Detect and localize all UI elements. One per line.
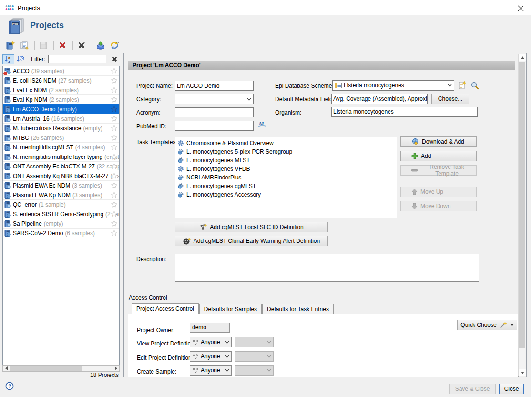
sort-by-date-icon[interactable] [14,54,26,64]
favorite-star-icon[interactable] [111,220,118,227]
project-list-item[interactable]: Sa Pipeline (empty) [3,219,119,229]
project-list-item[interactable]: ACCO (39 samples) [3,66,119,76]
project-list-item[interactable]: Plasmid EWA Ec NDM (3 samples) [3,181,119,190]
sort-alphabetical-icon[interactable]: a z [2,54,14,64]
favorite-star-icon[interactable] [111,115,118,122]
scroll-left-icon[interactable] [3,366,10,371]
task-template-item[interactable]: L. monocytogenes cgMLST [175,182,397,190]
project-book-icon [4,68,11,74]
favorite-star-icon[interactable] [111,105,118,113]
project-list-hscrollbar[interactable] [2,365,120,372]
view-project-definition-select[interactable]: Anyone [190,337,232,347]
project-list-item[interactable]: SARS-CoV-2 Demo (6 samples) [3,229,119,238]
edit-project-definition-select[interactable]: Anyone [190,351,232,362]
modify-ids-icon[interactable]: ID [108,39,121,52]
project-list-item[interactable]: Eval Ec NDM (2 samples) [3,85,119,95]
project-list-item[interactable]: S. enterica SISTR Geno-Serotyping (2 sam… [3,209,119,219]
favorite-star-icon[interactable] [111,67,118,74]
favorite-star-icon[interactable] [111,86,118,94]
download-add-button[interactable]: Download & Add [400,136,477,147]
help-icon[interactable]: ? [5,382,14,390]
scroll-down-icon[interactable] [519,369,526,376]
project-list-item[interactable]: N. meningitidis cgMLST (4 samples) [3,143,119,152]
upload-database-icon[interactable] [94,39,107,52]
close-button[interactable]: Close [499,384,524,394]
task-template-item[interactable]: NCBI AMRFinderPlus [175,173,397,182]
task-template-label: L. monocytogenes VFDB [186,166,250,172]
project-book-icon [4,192,11,198]
main-vscrollbar[interactable] [518,54,526,376]
vscroll-thumb[interactable] [519,62,525,348]
new-scheme-icon[interactable] [458,81,467,90]
task-template-item[interactable]: L. monocytogenes 5-plex PCR Serogroup [175,147,397,156]
tab-project-access-control[interactable]: Project Access Control [132,303,199,314]
pubmed-icon[interactable]: M [257,120,267,128]
favorite-star-icon[interactable] [111,96,118,103]
project-list-item[interactable]: ONT Assembly Ec blaCTX-M-27 (32 samples) [3,162,119,171]
favorite-star-icon[interactable] [111,125,118,132]
task-template-item[interactable]: L. monocytogenes VFDB [175,165,397,173]
project-name-label: Project Name: [136,83,173,89]
tab-defaults-for-samples[interactable]: Defaults for Samples [199,304,262,314]
project-list-item[interactable]: Plasmid EWA Kp NDM (3 samples) [3,190,119,200]
project-list-item[interactable]: MTBC (26 samples) [3,133,119,143]
favorite-star-icon[interactable] [111,201,118,208]
favorite-star-icon[interactable] [111,191,118,198]
pubmed-input[interactable] [175,121,254,131]
view-project-definition-label: View Project Definition: [137,340,195,347]
view-scheme-icon[interactable] [471,81,479,90]
project-list-item[interactable]: Lm ACCO Demo (empty) [3,104,119,114]
delete-project-icon[interactable] [56,39,69,52]
quick-choose-button[interactable]: Quick Choose [457,320,517,330]
favorite-star-icon[interactable] [111,230,118,237]
project-name: E. coli IS26 NDM [13,77,56,84]
project-list-item[interactable]: N. meningitidis multiple layer typing (e… [3,152,119,162]
favorite-star-icon[interactable] [111,172,118,179]
task-template-item[interactable]: L. monocytogenes MLST [175,156,397,165]
description-textarea[interactable] [175,254,479,282]
hscroll-thumb[interactable] [10,366,82,371]
toolbar-separator [72,41,73,50]
project-list-item[interactable]: Lm Austria_16 (16 samples) [3,114,119,124]
clear-filter-icon[interactable] [109,54,120,64]
favorite-star-icon[interactable] [111,77,118,84]
acronym-input[interactable] [175,107,254,117]
create-sample-select[interactable]: Anyone [190,365,232,376]
project-list-item[interactable]: M. tuberculosis Resistance (empty) [3,124,119,133]
close-icon[interactable] [516,4,525,12]
project-list-item[interactable]: E. coli IS26 NDM (27 samples) [3,76,119,85]
project-list[interactable]: ACCO (39 samples) E. coli IS26 NDM (27 s… [2,66,120,365]
project-list-item[interactable]: QC_error (1 sample) [3,200,119,209]
task-template-item[interactable]: L. monocytogenes Accessory [175,190,397,199]
favorite-star-icon[interactable] [111,210,118,218]
scroll-right-icon[interactable] [113,366,119,371]
project-list-item[interactable]: Eval Kp NDM (2 samples) [3,95,119,104]
favorite-star-icon[interactable] [111,144,118,151]
remove-assignment-icon[interactable] [75,39,88,52]
new-project-icon[interactable] [4,39,17,52]
tab-defaults-for-task-entries[interactable]: Defaults for Task Entries [262,304,334,314]
filter-input[interactable] [48,55,106,63]
project-name-input[interactable] [175,81,254,91]
project-list-item[interactable]: ONT Assembly Kq NBK blaCTX-M-27 (9 sampl… [3,171,119,181]
project-sample-count: (4 samples) [75,144,105,151]
epi-scheme-select[interactable]: Listeria monocytogenes [332,80,454,91]
favorite-star-icon[interactable] [111,182,118,189]
favorite-star-icon[interactable] [111,153,118,160]
add-task-template-button[interactable]: Add [400,151,477,161]
add-slc-definition-button[interactable]: Add cgMLST Local SLC ID Definition [175,222,328,232]
task-template-list[interactable]: Chromosome & Plasmid Overview L. monocyt… [175,137,397,218]
favorite-star-icon[interactable] [111,163,118,170]
add-ewa-definition-button[interactable]: Add cgMLST Clonal Early Warning Alert De… [175,236,328,246]
organism-field[interactable]: Listeria monocytogenes [331,107,478,117]
scroll-up-icon[interactable] [519,54,526,61]
access-control-tab-panel: Quick Choose Project Owner: demo View Pr… [128,314,519,377]
task-template-item[interactable]: Chromosome & Plasmid Overview [175,139,397,147]
category-select[interactable] [175,94,254,104]
favorite-star-icon[interactable] [111,134,118,141]
metadata-field[interactable]: Avg. Coverage (Assembled), Approximate [331,94,428,104]
move-up-button: Move Up [400,187,477,197]
project-sample-count: (39 samples) [31,68,64,74]
choose-metadata-button[interactable]: Choose... [431,94,469,104]
duplicate-project-icon[interactable] [18,39,31,52]
